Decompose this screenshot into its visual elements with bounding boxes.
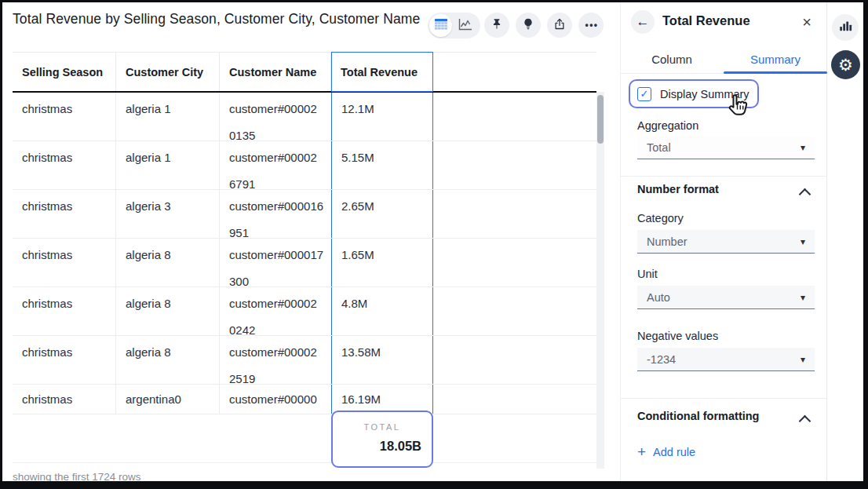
conditional-formatting-collapse-button[interactable]: [801, 414, 809, 429]
cell-city[interactable]: argentina0: [116, 385, 220, 414]
unit-value: Auto: [647, 291, 670, 304]
cell-city[interactable]: algeria 1: [116, 141, 220, 189]
table-row: christmas algeria 3 customer#000016 951 …: [13, 190, 596, 239]
cell-revenue[interactable]: 1.65M: [331, 239, 433, 286]
add-rule-label: Add rule: [653, 446, 695, 458]
cell-revenue[interactable]: 12.1M: [331, 93, 433, 140]
summary-total-box[interactable]: TOTAL 18.05B: [331, 411, 433, 468]
tab-column[interactable]: Column: [620, 46, 724, 73]
pin-button[interactable]: [484, 13, 509, 38]
close-panel-button[interactable]: ×: [797, 13, 816, 31]
category-value: Number: [647, 235, 687, 248]
chevron-down-icon: ▾: [801, 354, 805, 365]
number-format-section-title: Number format: [637, 183, 719, 195]
chart-view-button[interactable]: [452, 13, 478, 38]
section-divider: [620, 398, 827, 399]
display-summary-highlight: ✓ Display Summary: [629, 79, 759, 108]
insights-button[interactable]: [516, 13, 541, 38]
negative-values-label: Negative values: [637, 330, 718, 342]
section-divider: [620, 176, 827, 177]
cell-empty: [433, 141, 596, 189]
chevron-up-icon: [799, 415, 811, 428]
chevron-down-icon: ▾: [801, 236, 805, 247]
display-summary-checkbox[interactable]: ✓: [637, 87, 651, 101]
back-arrow-icon: ←: [636, 14, 650, 30]
cell-revenue[interactable]: 13.58M: [331, 336, 433, 384]
cell-customer[interactable]: customer#00002 0135: [220, 93, 331, 140]
number-format-collapse-button[interactable]: [801, 188, 809, 202]
unit-label: Unit: [637, 268, 658, 280]
column-header-empty: [433, 53, 596, 91]
cell-season[interactable]: christmas: [13, 287, 116, 335]
cell-season[interactable]: christmas: [13, 93, 116, 140]
column-header-selling-season[interactable]: Selling Season: [13, 53, 116, 91]
cell-empty: [433, 93, 596, 140]
table-header-row: Selling Season Customer City Customer Na…: [13, 52, 596, 93]
table-view-button[interactable]: [429, 14, 452, 37]
window-border: [0, 0, 2, 489]
column-header-total-revenue[interactable]: Total Revenue: [331, 53, 433, 91]
share-icon: [553, 16, 567, 35]
chevron-down-icon: ▾: [801, 142, 805, 153]
unit-dropdown[interactable]: Auto ▾: [637, 286, 815, 309]
more-options-button[interactable]: •••: [578, 13, 604, 38]
cell-season[interactable]: christmas: [13, 190, 116, 238]
chart-config-button[interactable]: [832, 14, 859, 41]
table-scrollbar-track[interactable]: [596, 92, 604, 469]
cell-city[interactable]: algeria 1: [116, 93, 220, 140]
pin-icon: [490, 16, 504, 35]
table-row: christmas algeria 8 customer#00002 0242 …: [13, 287, 596, 336]
aggregation-dropdown[interactable]: Total ▾: [637, 137, 815, 159]
cell-revenue[interactable]: 16.19M: [331, 385, 433, 414]
cell-customer[interactable]: customer#00000: [220, 385, 331, 414]
active-tab-underline: [724, 71, 827, 74]
negative-values-dropdown[interactable]: -1234 ▾: [637, 348, 815, 371]
column-header-customer-city[interactable]: Customer City: [116, 53, 220, 91]
chevron-up-icon: [799, 188, 811, 201]
cell-customer[interactable]: customer#000016 951: [220, 190, 331, 238]
table-scrollbar-thumb[interactable]: [597, 95, 604, 144]
negative-values-value: -1234: [647, 353, 676, 366]
settings-button[interactable]: ⚙: [831, 50, 860, 79]
cell-city[interactable]: algeria 3: [116, 190, 220, 238]
back-button[interactable]: ←: [631, 10, 655, 34]
lightbulb-icon: [521, 16, 535, 35]
cell-empty: [433, 239, 596, 286]
table-row: christmas algeria 1 customer#00002 0135 …: [13, 93, 596, 141]
cell-empty: [433, 190, 596, 238]
cell-customer[interactable]: customer#00002 6791: [220, 141, 331, 189]
cell-revenue[interactable]: 4.8M: [331, 287, 433, 335]
window-border: [863, 0, 868, 489]
share-button[interactable]: [547, 13, 572, 38]
table-row: christmas algeria 1 customer#00002 6791 …: [13, 141, 596, 190]
cell-customer[interactable]: customer#000017 300: [220, 239, 331, 286]
column-header-customer-name[interactable]: Customer Name: [220, 53, 331, 91]
category-label: Category: [637, 212, 684, 224]
aggregation-value: Total: [647, 141, 671, 154]
panel-tabs: Column Summary: [620, 46, 827, 74]
add-rule-button[interactable]: + Add rule: [637, 446, 695, 458]
checkmark-icon: ✓: [640, 88, 649, 100]
cell-season[interactable]: christmas: [13, 239, 116, 286]
page-title: Total Revenue by Selling Season, Custome…: [13, 11, 420, 27]
tab-summary[interactable]: Summary: [724, 46, 827, 73]
cell-customer[interactable]: customer#00002 0242: [220, 287, 331, 335]
cell-customer[interactable]: customer#00002 2519: [220, 336, 331, 384]
cell-city[interactable]: algeria 8: [116, 239, 220, 286]
bar-chart-icon: [838, 19, 852, 36]
cell-season[interactable]: christmas: [13, 336, 116, 384]
cell-revenue[interactable]: 5.15M: [331, 141, 433, 189]
display-summary-label: Display Summary: [660, 88, 749, 100]
cell-empty: [433, 287, 596, 335]
summary-row: [13, 414, 596, 463]
summary-total-label: TOTAL: [333, 422, 432, 432]
cell-empty: [433, 385, 596, 414]
cell-season[interactable]: christmas: [13, 141, 116, 189]
cell-season[interactable]: christmas: [13, 385, 116, 414]
chart-view-icon: [458, 18, 472, 34]
category-dropdown[interactable]: Number ▾: [637, 230, 815, 254]
cell-city[interactable]: algeria 8: [116, 336, 220, 384]
cell-revenue[interactable]: 2.65M: [331, 190, 433, 238]
cell-city[interactable]: algeria 8: [116, 287, 220, 335]
ellipsis-icon: •••: [583, 20, 598, 31]
